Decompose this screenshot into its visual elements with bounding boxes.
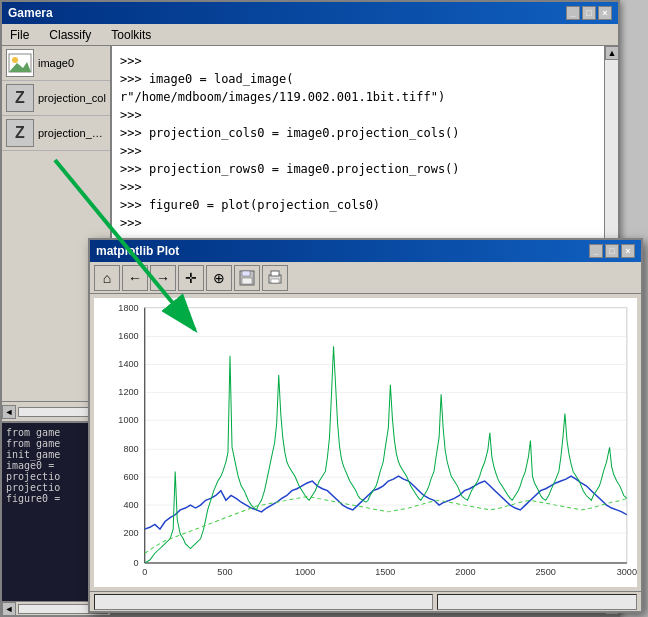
maximize-button[interactable]: □ — [582, 6, 596, 20]
svg-text:1400: 1400 — [118, 360, 138, 370]
console-line-3: >>> — [120, 106, 596, 124]
matplotlib-close[interactable]: × — [621, 244, 635, 258]
menu-file[interactable]: File — [6, 26, 33, 44]
console-line-7: >>> — [120, 178, 596, 196]
menu-classify[interactable]: Classify — [45, 26, 95, 44]
sidebar-item-projection-cols[interactable]: Z projection_col — [2, 81, 110, 116]
projection-rows-icon: Z — [6, 119, 34, 147]
console-line-0: >>> — [120, 52, 596, 70]
svg-text:0: 0 — [142, 568, 147, 578]
menu-toolkits[interactable]: Toolkits — [107, 26, 155, 44]
svg-text:1000: 1000 — [295, 568, 315, 578]
toolbar-home-button[interactable]: ⌂ — [94, 265, 120, 291]
console-line-8: >>> figure0 = plot(projection_cols0) — [120, 196, 596, 214]
svg-rect-7 — [271, 271, 279, 276]
svg-text:1000: 1000 — [118, 415, 138, 425]
matplotlib-window: matplotlib Plot _ □ × ⌂ ← → ✛ ⊕ — [88, 238, 643, 613]
sidebar-label-projection-cols: projection_col — [38, 92, 106, 104]
svg-text:200: 200 — [123, 528, 138, 538]
svg-text:800: 800 — [123, 444, 138, 454]
image0-icon — [6, 49, 34, 77]
svg-rect-4 — [242, 271, 250, 276]
sidebar-item-image0[interactable]: image0 — [2, 46, 110, 81]
matplotlib-title-buttons: _ □ × — [589, 244, 635, 258]
console-line-5: >>> — [120, 142, 596, 160]
svg-text:600: 600 — [123, 472, 138, 482]
console-line-1: >>> image0 = load_image( — [120, 70, 596, 88]
svg-text:2000: 2000 — [455, 568, 475, 578]
svg-point-1 — [12, 57, 18, 63]
toolbar-pan-button[interactable]: ✛ — [178, 265, 204, 291]
toolbar-back-button[interactable]: ← — [122, 265, 148, 291]
svg-text:1200: 1200 — [118, 388, 138, 398]
toolbar-forward-button[interactable]: → — [150, 265, 176, 291]
svg-text:500: 500 — [217, 568, 232, 578]
plot-svg: 1800 1600 1400 1200 1000 800 600 400 200… — [94, 298, 637, 587]
svg-text:1500: 1500 — [375, 568, 395, 578]
plot-area: 1800 1600 1400 1200 1000 800 600 400 200… — [94, 298, 637, 587]
svg-text:0: 0 — [134, 558, 139, 568]
projection-cols-icon: Z — [6, 84, 34, 112]
svg-text:400: 400 — [123, 500, 138, 510]
close-button[interactable]: × — [598, 6, 612, 20]
gamera-title: Gamera — [8, 6, 53, 20]
matplotlib-toolbar: ⌂ ← → ✛ ⊕ — [90, 262, 641, 294]
matplotlib-title: matplotlib Plot — [96, 244, 179, 258]
console-line-2: r"/home/mdboom/images/119.002.001.1bit.t… — [120, 88, 596, 106]
svg-rect-8 — [271, 279, 279, 283]
toolbar-print-button[interactable] — [262, 265, 288, 291]
sidebar-scroll-left[interactable]: ◄ — [2, 405, 16, 419]
toolbar-save-button[interactable] — [234, 265, 260, 291]
vscroll-up[interactable]: ▲ — [605, 46, 618, 60]
console-line-4: >>> projection_cols0 = image0.projection… — [120, 124, 596, 142]
gamera-title-bar: Gamera _ □ × — [2, 2, 618, 24]
sidebar-label-image0: image0 — [38, 57, 74, 69]
console-line-6: >>> projection_rows0 = image0.projection… — [120, 160, 596, 178]
matplotlib-body: 1800 1600 1400 1200 1000 800 600 400 200… — [90, 294, 641, 611]
minimize-button[interactable]: _ — [566, 6, 580, 20]
toolbar-zoom-button[interactable]: ⊕ — [206, 265, 232, 291]
svg-text:1600: 1600 — [118, 332, 138, 342]
matplotlib-minimize[interactable]: _ — [589, 244, 603, 258]
svg-rect-10 — [145, 308, 627, 563]
matplotlib-title-bar: matplotlib Plot _ □ × — [90, 240, 641, 262]
title-bar-buttons: _ □ × — [566, 6, 612, 20]
matplotlib-status-bar — [90, 591, 641, 611]
svg-text:2500: 2500 — [536, 568, 556, 578]
matplotlib-status-right — [437, 594, 637, 610]
matplotlib-maximize[interactable]: □ — [605, 244, 619, 258]
console-line-9: >>> — [120, 214, 596, 232]
menu-bar: File Classify Toolkits — [2, 24, 618, 46]
matplotlib-status-left — [94, 594, 433, 610]
svg-text:1800: 1800 — [118, 304, 138, 314]
svg-rect-5 — [242, 278, 252, 284]
sidebar-item-projection-rows[interactable]: Z projection_row — [2, 116, 110, 151]
sb-scroll-left[interactable]: ◄ — [2, 602, 16, 616]
svg-text:3000: 3000 — [617, 568, 637, 578]
sidebar-label-projection-rows: projection_row — [38, 127, 106, 139]
